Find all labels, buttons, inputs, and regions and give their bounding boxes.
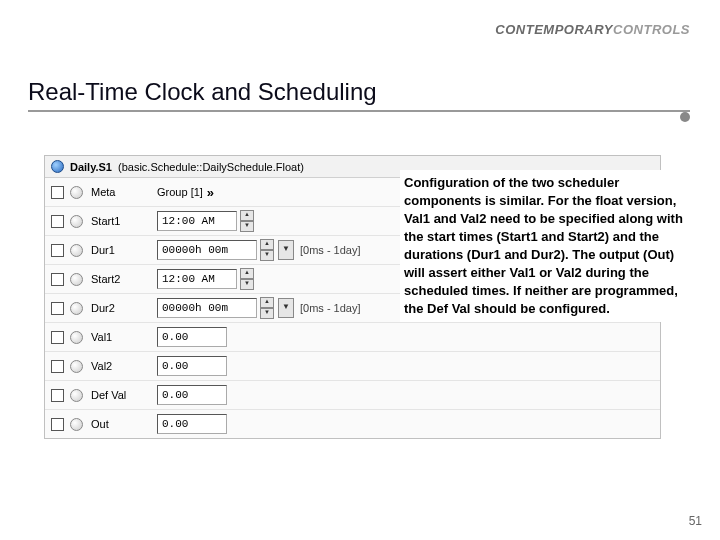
page-title: Real-Time Clock and Scheduling <box>28 78 690 112</box>
slot-icon <box>70 215 83 228</box>
slot-icon <box>70 186 83 199</box>
checkbox-val1[interactable] <box>51 331 64 344</box>
checkbox-start1[interactable] <box>51 215 64 228</box>
component-name: Daily.S1 <box>70 161 112 173</box>
spin-up-icon[interactable]: ▲ <box>260 239 274 250</box>
output-out: 0.00 <box>157 414 227 434</box>
expand-meta-icon[interactable]: » <box>205 185 214 200</box>
input-dur1[interactable]: 00000h 00m <box>157 240 257 260</box>
spin-down-icon[interactable]: ▼ <box>240 279 254 290</box>
description-text: Configuration of the two scheduler compo… <box>400 170 688 322</box>
logo-part1: CONTEMPORARY <box>495 22 613 37</box>
checkbox-dur1[interactable] <box>51 244 64 257</box>
label-start2: Start2 <box>89 273 151 285</box>
label-val1: Val1 <box>89 331 151 343</box>
checkbox-start2[interactable] <box>51 273 64 286</box>
component-type: (basic.Schedule::DailySchedule.Float) <box>118 161 304 173</box>
label-meta: Meta <box>89 186 151 198</box>
input-val2[interactable]: 0.00 <box>157 356 227 376</box>
input-start1[interactable]: 12:00 AM <box>157 211 237 231</box>
component-icon <box>51 160 64 173</box>
value-meta: Group [1] <box>157 186 203 198</box>
slot-icon <box>70 389 83 402</box>
brand-logo: CONTEMPORARYCONTROLS <box>495 22 690 37</box>
slot-icon <box>70 418 83 431</box>
input-defval[interactable]: 0.00 <box>157 385 227 405</box>
input-dur2[interactable]: 00000h 00m <box>157 298 257 318</box>
label-defval: Def Val <box>89 389 151 401</box>
spin-down-icon[interactable]: ▼ <box>260 308 274 319</box>
logo-part2: CONTROLS <box>613 22 690 37</box>
input-val1[interactable]: 0.00 <box>157 327 227 347</box>
slot-icon <box>70 302 83 315</box>
hint-dur2: [0ms - 1day] <box>300 302 361 314</box>
hint-dur1: [0ms - 1day] <box>300 244 361 256</box>
spin-up-icon[interactable]: ▲ <box>260 297 274 308</box>
checkbox-dur2[interactable] <box>51 302 64 315</box>
label-dur2: Dur2 <box>89 302 151 314</box>
title-rule-endcap <box>680 112 690 122</box>
row-out: Out 0.00 <box>45 410 660 438</box>
slot-icon <box>70 244 83 257</box>
dropdown-dur1-icon[interactable]: ▼ <box>278 240 294 260</box>
slot-icon <box>70 331 83 344</box>
slot-icon <box>70 273 83 286</box>
row-defval: Def Val 0.00 <box>45 381 660 410</box>
checkbox-defval[interactable] <box>51 389 64 402</box>
spin-down-icon[interactable]: ▼ <box>260 250 274 261</box>
checkbox-val2[interactable] <box>51 360 64 373</box>
page-number: 51 <box>689 514 702 528</box>
dropdown-dur2-icon[interactable]: ▼ <box>278 298 294 318</box>
row-val2: Val2 0.00 <box>45 352 660 381</box>
checkbox-meta[interactable] <box>51 186 64 199</box>
checkbox-out[interactable] <box>51 418 64 431</box>
label-out: Out <box>89 418 151 430</box>
input-start2[interactable]: 12:00 AM <box>157 269 237 289</box>
spin-down-icon[interactable]: ▼ <box>240 221 254 232</box>
label-start1: Start1 <box>89 215 151 227</box>
spin-up-icon[interactable]: ▲ <box>240 268 254 279</box>
slot-icon <box>70 360 83 373</box>
label-dur1: Dur1 <box>89 244 151 256</box>
label-val2: Val2 <box>89 360 151 372</box>
spin-up-icon[interactable]: ▲ <box>240 210 254 221</box>
row-val1: Val1 0.00 <box>45 323 660 352</box>
